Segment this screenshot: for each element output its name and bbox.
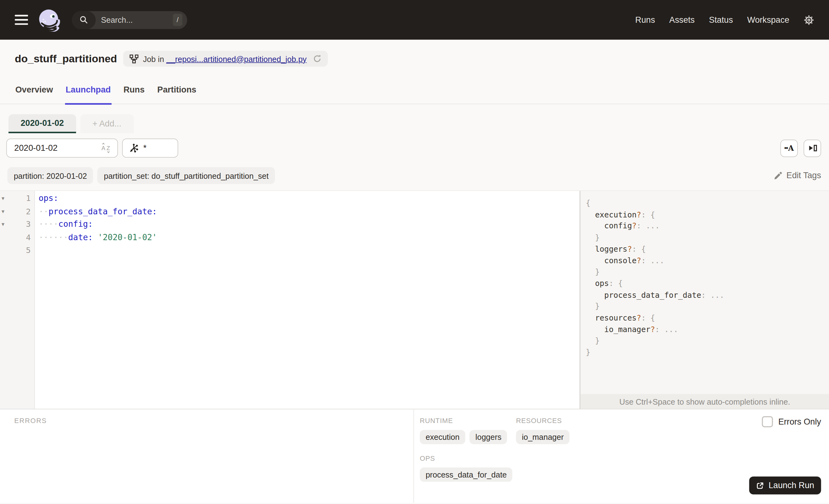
schema-token: }	[595, 302, 600, 311]
add-config-tab-button[interactable]: + Add...	[80, 114, 134, 133]
schema-token: ?	[632, 222, 637, 230]
tag: partition_set: do_stuff_partitioned_part…	[98, 167, 275, 184]
config-editor[interactable]: ▼1▼2▼345 ops:··process_data_for_date:···…	[0, 191, 580, 409]
launch-run-button[interactable]: Launch Run	[749, 477, 821, 495]
schema-token: :	[701, 291, 711, 299]
code-line: ··process_data_for_date:	[39, 205, 580, 218]
chip-process_data_for_date[interactable]: process_data_for_date	[420, 468, 513, 482]
fold-arrow-icon[interactable]: ▼	[2, 192, 4, 205]
schema-line: }	[586, 347, 825, 359]
global-search[interactable]: /	[72, 11, 187, 29]
dagit-app: / RunsAssetsStatusWorkspace do_stuff_par…	[0, 0, 829, 504]
code-line: ····config:	[39, 218, 580, 231]
gutter-row: 4	[0, 231, 34, 244]
job-title-row: do_stuff_partitioned Job in __reposi...a…	[15, 49, 814, 68]
schema-token: ops	[595, 279, 609, 288]
tags-row: partition: 2020-01-02partition_set: do_s…	[7, 167, 821, 184]
dagster-logo[interactable]	[37, 8, 61, 32]
line-number: 3	[26, 220, 31, 229]
job-file-link[interactable]: __reposi...artitioned@partitioned_job.py	[166, 54, 307, 63]
code-token: ops:	[39, 193, 58, 203]
job-origin-badge: Job in __reposi...artitioned@partitioned…	[123, 51, 328, 67]
tab-partitions[interactable]: Partitions	[157, 79, 197, 104]
search-shortcut-badge: /	[173, 14, 182, 26]
nav-item-workspace[interactable]: Workspace	[747, 15, 789, 25]
schema-line: io_manager?: ...	[586, 324, 825, 335]
search-input[interactable]	[96, 15, 173, 24]
tags-list: partition: 2020-01-02partition_set: do_s…	[7, 167, 275, 184]
schema-token: {	[618, 279, 623, 288]
tab-overview[interactable]: Overview	[15, 79, 53, 104]
schema-line: }	[586, 267, 825, 278]
hamburger-menu-icon[interactable]	[15, 15, 28, 25]
edit-tags-button[interactable]: Edit Tags	[774, 171, 821, 180]
line-number: 5	[26, 246, 31, 255]
errors-label: ERRORS	[14, 417, 413, 425]
settings-gear-icon[interactable]	[804, 15, 814, 25]
schema-token: process_data_for_date	[604, 291, 701, 299]
chip-io_manager[interactable]: io_manager	[516, 430, 570, 444]
code-line	[39, 244, 580, 257]
gutter-row: ▼1	[0, 192, 34, 205]
schema-token: }	[586, 348, 590, 356]
svg-text:A: A	[102, 145, 106, 151]
runtime-section: RUNTIME executionloggers	[420, 417, 516, 444]
schema-token: {	[586, 199, 590, 207]
editor-gutter: ▼1▼2▼345	[0, 191, 35, 409]
schema-token: :	[641, 256, 651, 265]
schema-line: {	[586, 198, 825, 209]
nav-item-assets[interactable]: Assets	[669, 15, 695, 25]
page-title: do_stuff_partitioned	[15, 52, 117, 65]
schema-token: config	[604, 222, 632, 230]
sort-az-icon[interactable]: A Z	[101, 143, 112, 153]
code-token: config:	[58, 220, 93, 229]
launch-run-label: Launch Run	[768, 481, 814, 490]
partition-selector[interactable]: A Z	[6, 139, 118, 157]
schema-line: console?: ...	[586, 255, 825, 267]
schema-token: ?	[637, 256, 641, 265]
op-selector[interactable]: *	[122, 139, 178, 157]
schema-line: }	[586, 335, 825, 347]
header-nav: RunsAssetsStatusWorkspace	[635, 15, 789, 25]
launch-external-icon	[756, 481, 764, 489]
toggle-whitespace-button[interactable]: ••A	[781, 139, 798, 157]
code-token: ··	[39, 207, 48, 216]
schema-token: :	[632, 245, 641, 253]
config-schema-panel: {execution?: {config?: ...}loggers?: {co…	[580, 191, 829, 409]
fold-arrow-icon[interactable]: ▼	[2, 218, 4, 231]
launchpad-config-tabs: 2020-01-02 + Add...	[8, 114, 829, 133]
chip-execution[interactable]: execution	[420, 430, 465, 444]
fold-arrow-icon[interactable]: ▼	[2, 205, 4, 218]
nav-item-runs[interactable]: Runs	[635, 15, 655, 25]
line-number: 4	[26, 232, 31, 242]
nav-item-status[interactable]: Status	[709, 15, 733, 25]
expand-panel-button[interactable]	[804, 139, 821, 157]
config-tab-active[interactable]: 2020-01-02	[8, 114, 76, 133]
schema-line: execution?: {	[586, 209, 825, 221]
tab-launchpad[interactable]: Launchpad	[65, 79, 111, 104]
gutter-row: 5	[0, 244, 34, 257]
code-token	[93, 232, 98, 242]
schema-token: {	[651, 210, 655, 219]
gutter-row: ▼2	[0, 205, 34, 218]
errors-only-toggle[interactable]: Errors Only	[762, 416, 821, 427]
tab-runs[interactable]: Runs	[123, 79, 145, 104]
editor-code[interactable]: ops:··process_data_for_date:····config:·…	[35, 191, 580, 409]
reload-repository-icon[interactable]	[313, 55, 321, 63]
schema-token: ...	[651, 256, 664, 265]
ops-label: OPS	[420, 454, 829, 462]
errors-only-checkbox[interactable]	[762, 416, 773, 427]
code-token: date:	[68, 232, 93, 242]
play-panel-icon	[807, 143, 817, 153]
schema-token: io_manager	[604, 325, 650, 334]
partition-input[interactable]	[13, 143, 82, 153]
runtime-chips: executionloggers	[420, 430, 516, 444]
schema-token: console	[604, 256, 637, 265]
config-workspace: ▼1▼2▼345 ops:··process_data_for_date:···…	[0, 190, 829, 409]
op-graph-icon	[129, 143, 139, 153]
schema-token: :	[609, 279, 618, 288]
schema-token: ...	[664, 325, 678, 334]
chip-loggers[interactable]: loggers	[470, 430, 507, 444]
schema-token: ...	[710, 291, 724, 299]
schema-token: ?	[637, 210, 641, 219]
